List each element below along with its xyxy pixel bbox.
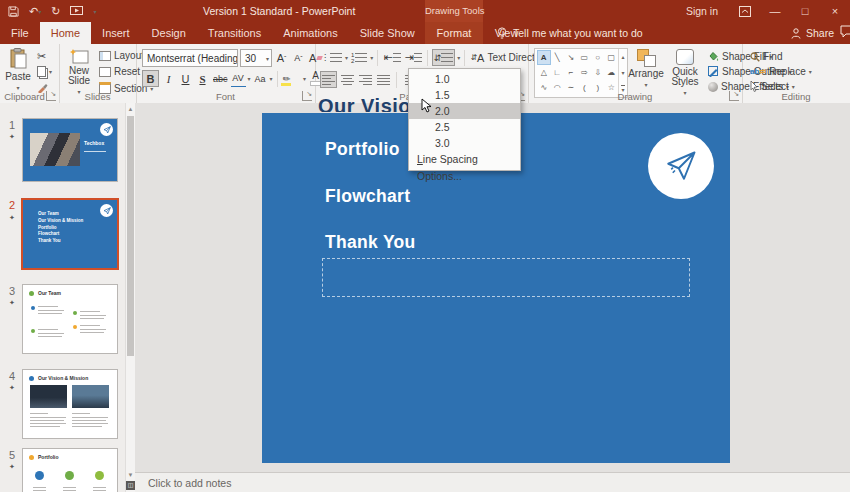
menu-item-3-0[interactable]: 3.0 bbox=[409, 135, 520, 151]
text-placeholder-box[interactable] bbox=[322, 258, 690, 297]
copy-icon[interactable]: ▾ bbox=[37, 66, 52, 77]
arrange-button[interactable]: Arrange ▾ bbox=[628, 49, 664, 88]
tab-file[interactable]: File bbox=[0, 22, 40, 44]
shape-textbox[interactable]: A bbox=[537, 50, 551, 65]
menu-item-1-0[interactable]: 1.0 bbox=[409, 71, 520, 87]
justify-icon[interactable] bbox=[376, 72, 391, 88]
shapes-scrollbar[interactable]: ▴▾▾ bbox=[618, 49, 627, 97]
slide-5-thumbnail[interactable]: Portfolio bbox=[22, 448, 118, 492]
shape-line[interactable]: ╲ bbox=[551, 50, 565, 65]
slide-4-animation-star-icon: ✦ bbox=[5, 384, 19, 392]
slide-4-thumbnail[interactable]: Our Vision & Mission bbox=[22, 369, 118, 439]
menu-item-line-spacing-options[interactable]: Line Spacing Options... bbox=[409, 151, 520, 168]
save-icon[interactable] bbox=[8, 6, 19, 17]
character-spacing-button[interactable]: AV bbox=[231, 70, 246, 87]
plane-badge[interactable] bbox=[648, 133, 714, 199]
slide-3-animation-star-icon: ✦ bbox=[5, 299, 19, 307]
arrange-label: Arrange bbox=[628, 68, 664, 79]
font-size-combo[interactable]: 30▾ bbox=[240, 49, 272, 67]
share-button[interactable]: Share bbox=[791, 22, 834, 44]
bold-button[interactable]: B bbox=[142, 70, 159, 87]
close-button[interactable]: × bbox=[820, 0, 850, 22]
shape-right-arrow[interactable]: ⇨ bbox=[578, 65, 592, 80]
thumbnail-scrollbar[interactable]: ▲ ▼ ◫ bbox=[125, 103, 135, 492]
font-dialog-launcher[interactable]: ↘ bbox=[302, 91, 312, 101]
tab-insert[interactable]: Insert bbox=[91, 22, 141, 44]
numbering-icon[interactable]: 12 bbox=[350, 50, 368, 66]
find-button[interactable]: Find bbox=[750, 51, 782, 62]
text-direction-icon[interactable]: ⇵A bbox=[469, 50, 485, 66]
notes-pane[interactable]: Click to add notes bbox=[135, 472, 850, 492]
tell-me-box[interactable]: Tell me what you want to do bbox=[497, 22, 643, 44]
shape-arrow[interactable]: ↘ bbox=[564, 50, 578, 65]
shape-elbow-connector[interactable]: ∟ bbox=[551, 65, 565, 80]
align-center-icon[interactable] bbox=[340, 72, 355, 88]
tab-transitions[interactable]: Transitions bbox=[197, 22, 272, 44]
scroll-up-icon[interactable]: ▲ bbox=[126, 106, 135, 112]
text-shadow-button[interactable]: S bbox=[195, 71, 210, 87]
paste-button[interactable]: Paste ▾ bbox=[4, 48, 32, 91]
line-spacing-button[interactable]: ⇵ bbox=[432, 49, 456, 66]
align-right-icon[interactable] bbox=[358, 72, 373, 88]
titlebar-controls: Sign in — □ × bbox=[674, 0, 850, 22]
highlight-color-icon[interactable]: ✎ bbox=[282, 71, 302, 87]
decrease-indent-icon[interactable]: ⇤ bbox=[382, 50, 401, 66]
feedback-icon[interactable] bbox=[840, 25, 850, 38]
clipboard-dialog-launcher[interactable]: ↘ bbox=[46, 91, 56, 101]
shape-effects-icon bbox=[708, 82, 718, 92]
shrink-font-icon[interactable]: Aˇ bbox=[291, 50, 306, 66]
shape-elbow-arrow-connector[interactable]: ⌐ bbox=[564, 65, 578, 80]
tab-animations[interactable]: Animations bbox=[272, 22, 348, 44]
undo-icon[interactable]: ↶▾ bbox=[29, 5, 41, 18]
shape-down-arrow[interactable]: ⇩ bbox=[591, 65, 605, 80]
shape-rounded-rectangle[interactable]: ▢ bbox=[605, 50, 619, 65]
slide-text-thank-you[interactable]: Thank You bbox=[325, 232, 416, 253]
undo-dropdown-icon[interactable]: ▾ bbox=[38, 8, 41, 15]
increase-indent-icon[interactable]: ⇥ bbox=[404, 50, 423, 66]
shapes-scroll-up-icon[interactable]: ▴ bbox=[621, 53, 624, 60]
shapes-scroll-down-icon[interactable]: ▾ bbox=[621, 69, 624, 76]
change-case-button[interactable]: Aa bbox=[253, 71, 268, 87]
scrollbar-thumb[interactable] bbox=[127, 116, 134, 356]
drawing-dialog-launcher[interactable]: ↘ bbox=[729, 91, 739, 101]
start-slideshow-icon[interactable] bbox=[70, 6, 83, 17]
line-spacing-menu: 1.0 1.5 2.0 2.5 3.0 Line Spacing Options… bbox=[408, 68, 521, 171]
slide-text-flowchart[interactable]: Flowchart bbox=[325, 186, 410, 207]
redo-icon[interactable]: ↻ bbox=[51, 5, 60, 18]
underline-button[interactable]: U bbox=[178, 71, 193, 87]
replace-button[interactable]: ab⇄Replace▾ bbox=[750, 66, 812, 77]
panel-collapse-icon[interactable]: ◫ bbox=[126, 481, 135, 490]
slide-2-thumbnail[interactable]: Our Team Our Vision & Mission Portfolio … bbox=[21, 198, 119, 270]
bullets-icon[interactable]: ⋮ bbox=[320, 50, 343, 66]
sign-in-link[interactable]: Sign in bbox=[674, 5, 730, 17]
tab-slide-show[interactable]: Slide Show bbox=[349, 22, 426, 44]
customize-qat-icon[interactable]: ▾ bbox=[93, 8, 96, 15]
slide-3-thumbnail[interactable]: Our Team bbox=[22, 284, 118, 354]
ribbon-display-options-icon[interactable] bbox=[730, 0, 760, 22]
group-clipboard: Paste ▾ ✂ ▾ Clipboard ↘ bbox=[0, 44, 60, 103]
cut-icon[interactable]: ✂ bbox=[37, 50, 46, 63]
slide-4-photo-left bbox=[30, 385, 67, 408]
grow-font-icon[interactable]: Aˆ bbox=[274, 50, 289, 66]
shape-cloud[interactable]: ☁ bbox=[605, 65, 619, 80]
strikethrough-button[interactable]: abc bbox=[212, 71, 229, 87]
shape-triangle[interactable]: △ bbox=[537, 65, 551, 80]
minimize-button[interactable]: — bbox=[760, 0, 790, 22]
tab-format[interactable]: Format bbox=[425, 22, 483, 44]
font-family-combo[interactable]: Montserrat (Headings▾ bbox=[142, 49, 238, 67]
menu-item-2-5[interactable]: 2.5 bbox=[409, 119, 520, 135]
reset-button[interactable]: Reset bbox=[99, 66, 140, 77]
slide-text-portfolio[interactable]: Portfolio bbox=[325, 139, 400, 160]
shape-oval[interactable]: ○ bbox=[591, 50, 605, 65]
italic-button[interactable]: I bbox=[161, 71, 176, 87]
shape-rectangle[interactable]: ▭ bbox=[578, 50, 592, 65]
slide-1-thumbnail[interactable]: Techbox bbox=[22, 118, 118, 182]
new-slide-button[interactable]: New Slide ▾ bbox=[62, 48, 96, 95]
scroll-down-icon[interactable]: ▼ bbox=[126, 472, 135, 478]
quick-styles-button[interactable]: Quick Styles ▾ bbox=[666, 49, 704, 96]
align-left-icon[interactable] bbox=[320, 71, 337, 88]
tab-design[interactable]: Design bbox=[141, 22, 197, 44]
maximize-button[interactable]: □ bbox=[790, 0, 820, 22]
slide-4-number: 4 bbox=[5, 370, 19, 382]
tab-home[interactable]: Home bbox=[40, 22, 91, 44]
